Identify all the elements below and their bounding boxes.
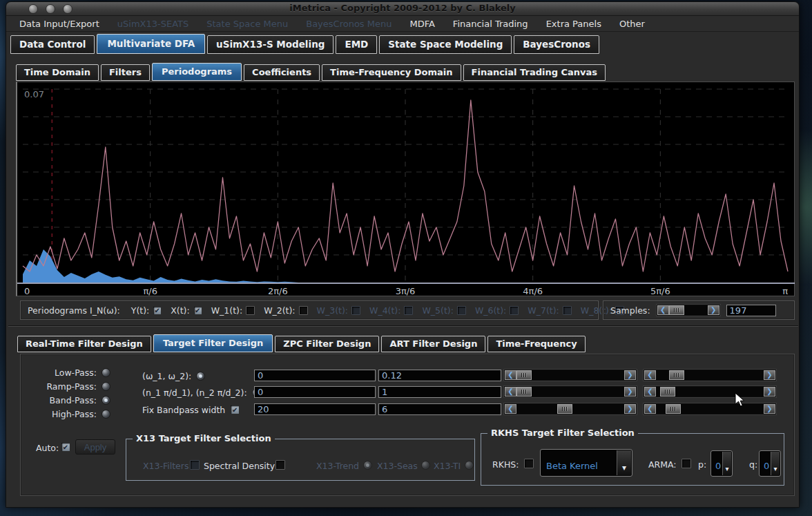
tab-target-filter-design[interactable]: Target Filter Design	[153, 334, 273, 352]
samples-scrollbar-thumb[interactable]	[669, 305, 684, 315]
param-sb2-row2[interactable]: ❮❯	[644, 403, 776, 414]
x13-ti-radio	[465, 461, 474, 470]
tab-time-frequency[interactable]: Time-Frequency	[487, 336, 585, 352]
menu-item-usimx13-seats: uSimX13-SEATS	[108, 17, 197, 32]
samples-value-field[interactable]	[726, 305, 776, 316]
q-dropdown[interactable]: 0 ▾	[759, 450, 781, 477]
param-field1-row2[interactable]	[254, 403, 376, 415]
param-sb1-row1-right-arrow-icon[interactable]: ❯	[624, 387, 636, 396]
samples-scrollbar-track[interactable]	[669, 305, 708, 315]
param-sb1-row1-left-arrow-icon[interactable]: ❮	[505, 387, 516, 396]
chevron-down-icon[interactable]: ▾	[722, 452, 731, 475]
param-sb2-row0-track[interactable]	[656, 370, 764, 380]
menu-item-bayescronos-menu: BayesCronos Menu	[297, 17, 400, 32]
param-sb1-row1-track[interactable]	[516, 387, 624, 396]
tab-periodograms[interactable]: Periodograms	[152, 63, 242, 81]
menu-item-other[interactable]: Other	[610, 17, 654, 32]
param-sb2-row1-right-arrow-icon[interactable]: ❯	[764, 387, 775, 396]
param-sb1-row2[interactable]: ❮❯	[504, 403, 637, 414]
param-sb1-row1[interactable]: ❮❯	[504, 386, 637, 397]
spectral-density-checkbox[interactable]	[276, 460, 285, 470]
auto-label: Auto:	[36, 443, 59, 453]
p-dropdown[interactable]: 0 ▾	[710, 450, 733, 477]
param-field1-row0[interactable]	[254, 370, 376, 381]
tab-filters[interactable]: Filters	[101, 64, 150, 81]
param-sb2-row1-thumb[interactable]	[660, 387, 675, 396]
param-sb2-row2-right-arrow-icon[interactable]: ❯	[764, 404, 775, 414]
x13-group-title: X13 Target Filter Selection	[133, 433, 275, 443]
samples-scrollbar[interactable]: ❮❯	[657, 305, 720, 316]
param-sb2-row0[interactable]: ❮❯	[644, 370, 776, 381]
pass-type-radio-low-pass[interactable]	[102, 368, 110, 377]
x13-filters-label: X13-Filters	[143, 461, 188, 471]
param-sb2-row0-thumb[interactable]	[669, 370, 684, 380]
tab-bayescronos[interactable]: BayesCronos	[514, 35, 599, 54]
menu-item-state-space-menu: State Space Menu	[197, 17, 297, 32]
tab-financial-trading-canvas[interactable]: Financial Trading Canvas	[463, 64, 606, 81]
arma-checkbox[interactable]	[682, 459, 691, 468]
chevron-down-icon[interactable]: ▾	[771, 452, 780, 475]
param-sb1-row0-left-arrow-icon[interactable]: ❮	[505, 370, 516, 380]
pass-type-radio-band-pass[interactable]	[102, 396, 110, 405]
param-checkbox-2[interactable]	[230, 405, 240, 414]
param-sb2-row2-left-arrow-icon[interactable]: ❮	[644, 404, 656, 414]
tab-zpc-filter-design[interactable]: ZPC Filter Design	[275, 336, 379, 352]
chevron-down-icon[interactable]: ▾	[617, 450, 631, 475]
param-field2-row2[interactable]	[378, 403, 501, 415]
tab-art-filter-design[interactable]: ART Filter Design	[381, 336, 485, 352]
pass-type-label: Ramp-Pass:	[30, 381, 97, 392]
param-sb1-row2-left-arrow-icon[interactable]: ❮	[505, 404, 516, 414]
tab-time-frequency-domain[interactable]: Time-Frequency Domain	[322, 64, 461, 81]
menu-item-data-input-export[interactable]: Data Input/Export	[10, 17, 108, 32]
param-sb1-row2-thumb[interactable]	[557, 404, 572, 414]
param-sb2-row1-left-arrow-icon[interactable]: ❮	[644, 387, 656, 396]
tab-state-space-modeling[interactable]: State Space Modeling	[379, 35, 512, 54]
param-sb2-row0-right-arrow-icon[interactable]: ❯	[764, 370, 775, 380]
tab-multivariate-dfa[interactable]: Multivariate DFA	[97, 34, 205, 54]
param-sb1-row0-track[interactable]	[516, 370, 624, 380]
toggle-checkbox-x-t[interactable]	[193, 306, 202, 315]
target-filter-design-panel: Low-Pass:Ramp-Pass:Band-Pass:High-Pass: …	[20, 354, 795, 496]
pass-type-radio-ramp-pass[interactable]	[102, 382, 110, 391]
menu-item-extra-panels[interactable]: Extra Panels	[537, 17, 610, 32]
toggle-label: Y(t):	[131, 305, 150, 316]
tab-usimx13-s-modeling[interactable]: uSimX13-S Modeling	[207, 35, 334, 54]
pass-type-ramp-pass: Ramp-Pass:	[30, 379, 110, 393]
tab-data-control[interactable]: Data Control	[10, 35, 95, 54]
samples-scrollbar-right-arrow-icon[interactable]: ❯	[708, 305, 719, 315]
toggle-checkbox-w-1-t[interactable]	[246, 306, 255, 315]
param-field1-row1[interactable]	[254, 386, 376, 398]
param-sb2-row1[interactable]: ❮❯	[644, 386, 776, 397]
pass-type-radio-high-pass[interactable]	[102, 410, 110, 419]
param-sb1-row2-right-arrow-icon[interactable]: ❯	[624, 404, 636, 414]
samples-scrollbar-left-arrow-icon[interactable]: ❮	[657, 305, 669, 315]
param-sb1-row0-right-arrow-icon[interactable]: ❯	[624, 370, 636, 380]
param-sb1-row0[interactable]: ❮❯	[504, 370, 637, 381]
titlebar[interactable]: iMetrica - Copyright 2009-2012 by C. Bla…	[6, 2, 799, 16]
toggle-checkbox-w-2-t[interactable]	[299, 306, 308, 315]
param-field2-row0[interactable]	[378, 370, 501, 381]
param-sb2-row2-track[interactable]	[656, 404, 764, 414]
menu-item-financial-trading[interactable]: Financial Trading	[444, 17, 537, 32]
x13-seas-radio	[421, 461, 430, 470]
param-sb2-row0-left-arrow-icon[interactable]: ❮	[644, 370, 656, 380]
toggle-y-t: Y(t):	[131, 305, 162, 316]
tab-coefficients[interactable]: Coefficients	[244, 64, 320, 81]
x-tick-label: 4π/6	[523, 286, 543, 296]
param-sb1-row2-track[interactable]	[516, 404, 624, 414]
param-sb2-row1-track[interactable]	[656, 387, 764, 396]
tab-emd[interactable]: EMD	[336, 35, 377, 54]
tab-real-time-filter-design[interactable]: Real-Time Filter Design	[17, 336, 151, 352]
menu-item-mdfa[interactable]: MDFA	[400, 17, 443, 32]
param-sb1-row0-thumb[interactable]	[516, 370, 532, 380]
kernel-dropdown[interactable]: Beta Kernel ▾	[540, 449, 632, 477]
auto-checkbox[interactable]	[61, 442, 70, 452]
param-field2-row1[interactable]	[378, 386, 501, 398]
toggle-checkbox-y-t[interactable]	[153, 306, 162, 315]
main-tab-bar: Data ControlMultivariate DFAuSimX13-S Mo…	[10, 34, 599, 54]
param-radio-0[interactable]	[196, 372, 205, 381]
param-sb1-row1-thumb[interactable]	[516, 387, 532, 396]
param-sb2-row2-thumb[interactable]	[666, 404, 681, 414]
rkhs-checkbox[interactable]	[524, 459, 534, 468]
tab-time-domain[interactable]: Time Domain	[16, 64, 99, 81]
